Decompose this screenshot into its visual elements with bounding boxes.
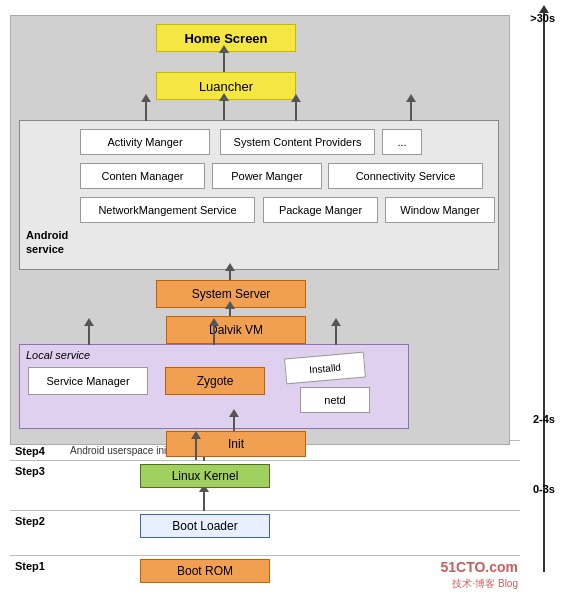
arrow-android2 — [295, 101, 297, 121]
service-manager-box: Service Manager — [28, 367, 148, 395]
local-service-label: Local service — [26, 349, 90, 361]
arrow-step2-up — [203, 491, 205, 511]
local-service-section: Local service Service Manager Zygote Ins… — [19, 344, 409, 429]
step1-label: Step1 — [15, 560, 45, 572]
connectivity-service-box: Connectivity Service — [328, 163, 483, 189]
arrow-init-up2 — [233, 416, 235, 431]
arrow-netd-up — [335, 325, 337, 345]
android-service-label: Android — [26, 229, 68, 241]
android-service-label2: service — [26, 243, 64, 255]
activity-manager-box: Activity Manger — [80, 129, 210, 155]
boot-loader-box: Boot Loader — [140, 514, 270, 538]
window-manager-box: Window Manger — [385, 197, 495, 223]
step2-label: Step2 — [15, 515, 45, 527]
boot-rom-box: Boot ROM — [140, 559, 270, 583]
arrow-android1 — [145, 101, 147, 121]
arrow-android3 — [410, 101, 412, 121]
axis-mid-label: 2-4s — [533, 413, 555, 425]
android-userspace-section: Home Screen Luancher Android service Act… — [10, 15, 510, 445]
arrow-zygote-up — [213, 325, 215, 345]
zygote-box: Zygote — [165, 367, 265, 395]
power-manager-box: Power Manger — [212, 163, 322, 189]
dalvik-vm-box: Dalvik VM — [166, 316, 306, 344]
linux-kernel-box: Linux Kernel — [140, 464, 270, 488]
main-container: >30s 2-4s 0-3s Step1 Boot ROM Step2 Boot… — [0, 0, 563, 603]
axis-bot-label: 0-3s — [533, 483, 555, 495]
axis-top-label: >30s — [530, 12, 555, 24]
step4-label: Step4 — [15, 445, 45, 457]
arrow-systemserver-up — [229, 270, 231, 280]
package-manager-box: Package Manger — [263, 197, 378, 223]
arrow-kernel-to-init — [195, 438, 197, 460]
arrow-service-to-launcher — [223, 100, 225, 120]
step2-row: Step2 Boot Loader — [10, 510, 520, 511]
network-management-box: NetworkMangement Service — [80, 197, 255, 223]
watermark-line2: 技术·博客 Blog — [452, 577, 518, 591]
content-manager-box: Conten Manager — [80, 163, 205, 189]
netd-box: netd — [300, 387, 370, 413]
arrow-launcher-to-home — [223, 52, 225, 72]
init-box: Init — [166, 431, 306, 457]
step3-row: Step3 Linux Kernel — [10, 460, 520, 461]
step3-label: Step3 — [15, 465, 45, 477]
system-content-providers-box: System Content Providers — [220, 129, 375, 155]
watermark-line1: 51CTO.com — [440, 559, 518, 575]
arrow-sm-up — [88, 325, 90, 345]
ellipsis-box: ... — [382, 129, 422, 155]
step1-row: Step1 Boot ROM — [10, 555, 520, 556]
android-service-section: Android service Activity Manger System C… — [19, 120, 499, 270]
arrow-dalvik-up — [229, 308, 231, 316]
installd-box: Installd — [284, 352, 366, 385]
